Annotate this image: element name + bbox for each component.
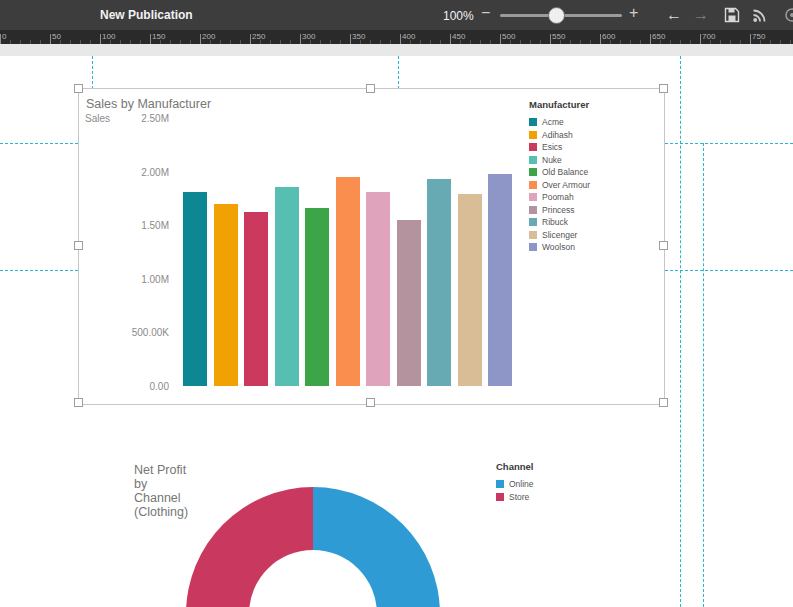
y-tick-label: 500.00K xyxy=(79,327,169,338)
guide-line-vertical[interactable] xyxy=(703,143,704,607)
bar-slicenger xyxy=(458,194,482,386)
ruler-label: 650 xyxy=(652,32,665,41)
legend-label: Acme xyxy=(542,117,564,127)
rss-icon[interactable] xyxy=(752,7,768,28)
legend-item: Acme xyxy=(529,116,590,129)
ruler-tick xyxy=(550,34,551,44)
bar-woolson xyxy=(488,174,512,386)
bar-over-armour xyxy=(336,177,360,386)
resize-handle[interactable] xyxy=(366,84,375,93)
legend-item: Ribuck xyxy=(529,216,590,229)
legend-label: Slicenger xyxy=(542,230,577,240)
manufacturer-legend-items: AcmeAdihashEsicsNukeOld BalanceOver Armo… xyxy=(529,116,590,254)
legend-label: Online xyxy=(509,479,534,489)
legend-swatch xyxy=(529,218,537,226)
zoom-out-button[interactable]: − xyxy=(481,4,490,22)
legend-item: Woolson xyxy=(529,241,590,254)
ruler-tick xyxy=(300,34,301,44)
legend-item: Princess xyxy=(529,204,590,217)
resize-handle[interactable] xyxy=(74,84,83,93)
ruler-label: 700 xyxy=(702,32,715,41)
manufacturer-legend: Manufacturer AcmeAdihashEsicsNukeOld Bal… xyxy=(529,99,590,254)
y-tick-label: 0.00 xyxy=(79,381,169,392)
bar-chart-title: Sales by Manufacturer xyxy=(86,97,211,111)
ruler-label: 350 xyxy=(352,32,365,41)
legend-swatch xyxy=(529,156,537,164)
bar-poomah xyxy=(366,192,390,386)
ruler-label: 100 xyxy=(102,32,115,41)
zoom-percent-label: 100% xyxy=(443,9,474,23)
legend-label: Woolson xyxy=(542,242,575,252)
ruler-tick xyxy=(150,34,151,44)
legend-label: Poomah xyxy=(542,192,574,202)
ruler-tick xyxy=(100,34,101,44)
legend-item: Online xyxy=(496,478,534,491)
ruler-tick xyxy=(500,34,501,44)
legend-label: Princess xyxy=(542,205,575,215)
legend-swatch xyxy=(529,131,537,139)
legend-item: Esics xyxy=(529,141,590,154)
clipped-icon[interactable] xyxy=(784,7,793,28)
publication-title: New Publication xyxy=(100,8,193,22)
publication-designer: New Publication 100% − + ← → xyxy=(0,0,793,607)
legend-swatch xyxy=(496,480,504,488)
legend-item: Slicenger xyxy=(529,229,590,242)
legend-label: Esics xyxy=(542,142,562,152)
legend-swatch xyxy=(529,243,537,251)
legend-swatch xyxy=(496,493,504,501)
bar-old-balance xyxy=(305,208,329,386)
bar-chart-widget[interactable]: Sales by Manufacturer Sales 2.50M2.00M1.… xyxy=(78,88,665,405)
ruler-tick xyxy=(200,34,201,44)
zoom-in-button[interactable]: + xyxy=(629,4,638,22)
guide-line-vertical[interactable] xyxy=(680,56,681,607)
ruler-label: 250 xyxy=(252,32,265,41)
ruler-label: 0 xyxy=(2,32,6,41)
bar-ribuck xyxy=(427,179,451,386)
save-icon[interactable] xyxy=(724,7,740,28)
legend-swatch xyxy=(529,181,537,189)
donut-chart-title: Net Profit by Channel (Clothing) xyxy=(134,463,188,519)
ruler-tick xyxy=(50,34,51,44)
zoom-slider-thumb[interactable] xyxy=(548,7,565,24)
legend-item: Poomah xyxy=(529,191,590,204)
ruler-label: 200 xyxy=(202,32,215,41)
legend-item: Store xyxy=(496,491,534,504)
bar-plot xyxy=(183,118,523,386)
ruler-label: 600 xyxy=(602,32,615,41)
y-tick-label: 1.50M xyxy=(79,220,169,231)
legend-label: Over Armour xyxy=(542,180,590,190)
y-tick-label: 2.00M xyxy=(79,167,169,178)
y-tick-label: 1.00M xyxy=(79,274,169,285)
forward-arrow-icon[interactable]: → xyxy=(693,5,709,25)
ruler-tick xyxy=(700,34,701,44)
ruler-label: 50 xyxy=(52,32,61,41)
resize-handle[interactable] xyxy=(659,398,668,407)
ruler-label: 150 xyxy=(152,32,165,41)
resize-handle[interactable] xyxy=(659,84,668,93)
bar-nuke xyxy=(275,187,299,386)
ruler-tick xyxy=(250,34,251,44)
legend-item: Over Armour xyxy=(529,179,590,192)
bar-acme xyxy=(183,192,207,386)
ruler-label: 300 xyxy=(302,32,315,41)
legend-title: Manufacturer xyxy=(529,99,590,110)
legend-swatch xyxy=(529,143,537,151)
resize-handle[interactable] xyxy=(74,241,83,250)
resize-handle[interactable] xyxy=(659,241,668,250)
ruler-label: 450 xyxy=(452,32,465,41)
legend-label: Adihash xyxy=(542,130,573,140)
y-tick-label: 2.50M xyxy=(79,113,169,124)
legend-swatch xyxy=(529,168,537,176)
legend-swatch xyxy=(529,231,537,239)
ruler-tick xyxy=(600,34,601,44)
legend-swatch xyxy=(529,118,537,126)
ruler-tick xyxy=(450,34,451,44)
resize-handle[interactable] xyxy=(366,398,375,407)
ruler-tick xyxy=(650,34,651,44)
channel-legend: Channel OnlineStore xyxy=(496,461,534,503)
ruler: 0501001502002503003504004505005506006507… xyxy=(0,30,793,44)
legend-item: Nuke xyxy=(529,154,590,167)
bar-adihash xyxy=(214,204,238,386)
back-arrow-icon[interactable]: ← xyxy=(666,5,682,25)
resize-handle[interactable] xyxy=(74,398,83,407)
